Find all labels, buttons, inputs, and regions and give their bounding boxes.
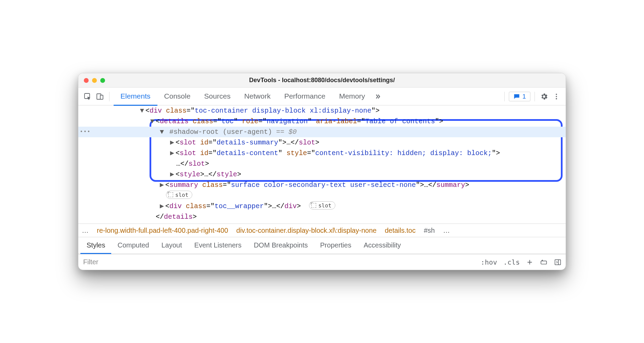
cls-toggle[interactable]: .cls xyxy=(503,258,520,266)
svg-point-5 xyxy=(556,98,557,99)
rendering-emulations-icon[interactable] xyxy=(540,258,548,266)
toolbar-divider xyxy=(534,92,535,101)
styles-filter-input[interactable] xyxy=(82,258,481,266)
toolbar-right: 1 xyxy=(502,91,562,102)
svg-rect-2 xyxy=(100,95,103,99)
crumb-item[interactable]: div.toc-container.display-block.xl\:disp… xyxy=(236,227,377,234)
panel-tabs: Elements Console Sources Network Perform… xyxy=(114,88,372,105)
disclosure-closed-icon[interactable]: ▶ xyxy=(170,137,176,148)
svg-rect-6 xyxy=(541,261,547,264)
styles-subtabs: Styles Computed Layout Event Listeners D… xyxy=(78,237,566,254)
crumb-scroll-right[interactable]: … xyxy=(443,227,450,234)
tab-performance[interactable]: Performance xyxy=(278,88,332,106)
dom-row[interactable]: ▶<style>…</style> xyxy=(78,169,566,180)
subtab-layout[interactable]: Layout xyxy=(155,238,188,254)
titlebar: DevTools - localhost:8080/docs/devtools/… xyxy=(78,73,566,88)
device-toggle-icon[interactable] xyxy=(95,91,105,102)
issues-button[interactable]: 1 xyxy=(509,92,530,101)
dom-row[interactable]: slot xyxy=(78,190,566,201)
inspect-icon[interactable] xyxy=(82,91,93,102)
shadow-root-label: #shadow-root (user-agent) xyxy=(169,128,272,136)
hov-toggle[interactable]: :hov xyxy=(481,258,497,266)
subtab-properties[interactable]: Properties xyxy=(314,238,358,254)
reveal-icon xyxy=(168,192,173,197)
dom-row[interactable]: ▶<slot id="details-summary">…</slot> xyxy=(78,137,566,148)
dom-row[interactable]: …</slot> xyxy=(78,158,566,169)
maximize-button[interactable] xyxy=(100,78,105,83)
kebab-menu-icon[interactable] xyxy=(551,91,562,102)
new-style-rule-icon[interactable] xyxy=(526,258,533,266)
slot-badge-label: slot xyxy=(318,200,332,211)
devtools-window: DevTools - localhost:8080/docs/devtools/… xyxy=(78,73,566,270)
toolbar-divider xyxy=(109,92,110,101)
dom-row[interactable]: ▶<div class="toc__wrapper">…</div> slot xyxy=(78,201,566,212)
subtab-event-listeners[interactable]: Event Listeners xyxy=(188,238,248,254)
gutter-dots[interactable]: ••• xyxy=(78,127,92,137)
disclosure-closed-icon[interactable]: ▶ xyxy=(160,180,165,190)
issues-count: 1 xyxy=(522,93,526,100)
slot-badge-label: slot xyxy=(175,190,189,200)
toolbar-divider xyxy=(504,92,505,101)
dom-row[interactable]: ▼<details class="toc" role="navigation" … xyxy=(78,116,566,127)
dom-breadcrumbs[interactable]: … re-long.width-full.pad-left-400.pad-ri… xyxy=(78,224,566,237)
disclosure-closed-icon[interactable]: ▶ xyxy=(170,148,176,158)
slot-badge[interactable]: slot xyxy=(309,201,335,209)
subtab-computed[interactable]: Computed xyxy=(111,238,155,254)
subtab-dom-breakpoints[interactable]: DOM Breakpoints xyxy=(248,238,314,254)
tab-console[interactable]: Console xyxy=(157,88,197,106)
main-toolbar: Elements Console Sources Network Perform… xyxy=(78,88,566,105)
crumb-item[interactable]: #sh xyxy=(424,227,435,234)
dom-row[interactable]: ▶<summary class="surface color-secondary… xyxy=(78,180,566,190)
dom-row[interactable]: ▶<slot id="details-content" style="conte… xyxy=(78,148,566,158)
svg-point-3 xyxy=(556,93,557,95)
minimize-button[interactable] xyxy=(92,78,97,83)
reveal-icon xyxy=(311,203,316,208)
subtab-styles[interactable]: Styles xyxy=(80,238,111,254)
disclosure-closed-icon[interactable]: ▶ xyxy=(160,201,165,212)
close-button[interactable] xyxy=(84,78,89,83)
svg-point-4 xyxy=(556,96,557,97)
tab-elements[interactable]: Elements xyxy=(114,88,157,106)
disclosure-open-icon[interactable]: ▼ xyxy=(140,105,145,116)
subtab-accessibility[interactable]: Accessibility xyxy=(358,238,407,254)
dom-row[interactable]: </details> xyxy=(78,212,566,222)
computed-sidebar-toggle-icon[interactable] xyxy=(554,258,562,266)
svg-rect-7 xyxy=(555,259,561,265)
crumb-item[interactable]: re-long.width-full.pad-left-400.pad-righ… xyxy=(97,227,228,234)
dom-row[interactable]: ▼<div class="toc-container display-block… xyxy=(78,105,566,116)
tab-memory[interactable]: Memory xyxy=(332,88,372,106)
disclosure-closed-icon[interactable]: ▶ xyxy=(170,169,176,180)
dom-row-selected[interactable]: ••• ▼ #shadow-root (user-agent) == $0 xyxy=(78,127,566,137)
dom-tree[interactable]: ▼<div class="toc-container display-block… xyxy=(78,105,566,224)
window-title: DevTools - localhost:8080/docs/devtools/… xyxy=(78,77,566,84)
disclosure-open-icon[interactable]: ▼ xyxy=(150,116,156,127)
selected-eq0: == $0 xyxy=(276,128,297,136)
gear-icon[interactable] xyxy=(539,91,549,102)
crumb-item[interactable]: details.toc xyxy=(385,227,415,234)
disclosure-open-icon[interactable]: ▼ xyxy=(160,127,165,137)
styles-toolbar-right: :hov .cls xyxy=(481,258,562,266)
slot-badge[interactable]: slot xyxy=(166,191,192,199)
traffic-lights xyxy=(84,78,105,83)
tab-network[interactable]: Network xyxy=(237,88,278,106)
more-tabs-icon[interactable] xyxy=(374,93,382,100)
styles-toolbar: :hov .cls xyxy=(78,254,566,270)
tab-sources[interactable]: Sources xyxy=(197,88,237,106)
crumb-scroll-left[interactable]: … xyxy=(82,227,89,234)
